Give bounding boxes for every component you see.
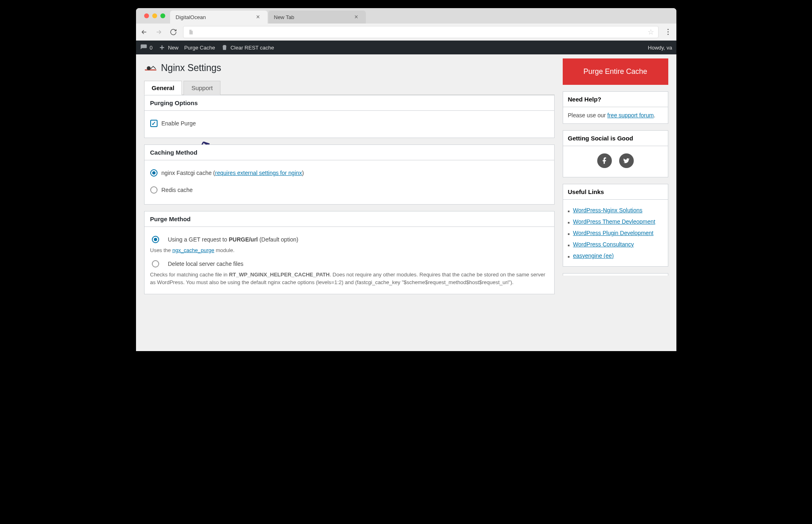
- purge-delete-radio[interactable]: [152, 260, 159, 267]
- browser-tab-digitalocean[interactable]: DigitalOcean ×: [170, 11, 268, 24]
- comment-count: 0: [150, 45, 153, 51]
- tab-general[interactable]: General: [144, 81, 182, 95]
- list-item: WordPress Plugin Development: [568, 227, 663, 239]
- enable-purge-checkbox[interactable]: [150, 120, 158, 127]
- reload-button[interactable]: [168, 27, 178, 37]
- useful-link[interactable]: WordPress Theme Devleopment: [573, 218, 655, 225]
- close-window-button[interactable]: [144, 13, 149, 18]
- window-controls: [139, 8, 170, 24]
- useful-links-card: Useful Links WordPress-Nginx Solutions W…: [563, 184, 668, 267]
- purging-options-heading: Purging Options: [145, 95, 554, 111]
- list-item: WordPress Theme Devleopment: [568, 216, 663, 227]
- caching-fastcgi-row[interactable]: nginx Fastcgi cache (requires external s…: [150, 169, 549, 177]
- adminbar-comments[interactable]: 0: [140, 44, 153, 51]
- getting-social-card: Getting Social is Good: [563, 130, 668, 177]
- wp-admin-bar: 0 New Purge Cache Clear REST cache Howdy…: [136, 41, 676, 54]
- purge-get-row[interactable]: Using a GET request to PURGE/url (Defaul…: [152, 236, 549, 243]
- purge-delete-row[interactable]: Delete local server cache files: [152, 260, 549, 267]
- bottom-card-peek: [563, 273, 668, 276]
- page-icon: [188, 29, 194, 35]
- caching-fastcgi-radio[interactable]: [150, 169, 158, 177]
- adminbar-purge-cache[interactable]: Purge Cache: [184, 45, 215, 51]
- browser-tab-strip: DigitalOcean × New Tab ×: [136, 8, 676, 24]
- tab-support[interactable]: Support: [184, 81, 220, 95]
- purge-method-section: Purge Method Using a GET request to PURG…: [144, 211, 555, 294]
- adminbar-howdy[interactable]: Howdy, va: [648, 45, 672, 51]
- twitter-icon[interactable]: [619, 153, 634, 168]
- purging-options-section: Purging Options Enable Purge: [144, 95, 555, 138]
- page-content: Nginx Settings General Support Purging O…: [136, 54, 676, 351]
- list-item: WordPress-Nginx Solutions: [568, 205, 663, 216]
- useful-link[interactable]: WordPress Plugin Development: [573, 230, 653, 236]
- browser-tab-newtab[interactable]: New Tab ×: [268, 11, 366, 24]
- list-item: easyengine (ee): [568, 250, 663, 261]
- getting-social-heading: Getting Social is Good: [563, 131, 668, 146]
- caching-method-heading: Caching Method: [145, 145, 554, 160]
- fastcgi-settings-link[interactable]: requires external settings for nginx: [215, 170, 302, 176]
- back-button[interactable]: [139, 27, 149, 37]
- useful-link[interactable]: WordPress-Nginx Solutions: [573, 207, 642, 213]
- enable-purge-row[interactable]: Enable Purge: [150, 120, 549, 127]
- forward-button[interactable]: [154, 27, 164, 37]
- useful-links-list: WordPress-Nginx Solutions WordPress Them…: [568, 205, 663, 261]
- tab-title: New Tab: [274, 14, 349, 20]
- purge-delete-label: Delete local server cache files: [168, 261, 244, 267]
- need-help-card: Need Help? Please use our free support f…: [563, 91, 668, 124]
- useful-link[interactable]: easyengine (ee): [573, 252, 613, 259]
- adminbar-new[interactable]: New: [158, 44, 179, 51]
- browser-menu-button[interactable]: [663, 27, 673, 37]
- svg-rect-0: [145, 69, 156, 70]
- caching-redis-label: Redis cache: [162, 187, 193, 193]
- purge-get-radio[interactable]: [152, 236, 159, 243]
- minimize-window-button[interactable]: [152, 13, 157, 18]
- new-label: New: [168, 45, 179, 51]
- browser-toolbar: ☆: [136, 24, 676, 41]
- enable-purge-label: Enable Purge: [162, 120, 196, 127]
- bookmark-star-icon[interactable]: ☆: [648, 28, 654, 37]
- caching-method-section: Caching Method nginx Fastcgi cache (requ…: [144, 144, 555, 205]
- purge-entire-cache-button[interactable]: Purge Entire Cache: [563, 58, 668, 85]
- adminbar-clear-rest[interactable]: Clear REST cache: [221, 44, 274, 51]
- caching-redis-radio[interactable]: [150, 186, 158, 194]
- ngx-cache-purge-link[interactable]: ngx_cache_purge: [172, 247, 214, 253]
- free-support-forum-link[interactable]: free support forum: [607, 112, 654, 119]
- address-bar[interactable]: ☆: [183, 26, 659, 38]
- facebook-icon[interactable]: [597, 153, 612, 168]
- browser-window: DigitalOcean × New Tab ×: [136, 8, 676, 351]
- settings-tabs: General Support: [144, 81, 555, 95]
- page-title: Nginx Settings: [161, 63, 221, 73]
- tab-title: DigitalOcean: [176, 14, 251, 20]
- svg-point-1: [147, 66, 150, 70]
- purge-method-heading: Purge Method: [145, 211, 554, 227]
- maximize-window-button[interactable]: [160, 13, 165, 18]
- useful-links-heading: Useful Links: [563, 184, 668, 200]
- list-item: WordPress Consultancy: [568, 239, 663, 250]
- nginx-helper-icon: [144, 64, 157, 73]
- caching-redis-row[interactable]: Redis cache: [150, 186, 549, 194]
- close-tab-icon[interactable]: ×: [255, 13, 262, 21]
- close-tab-icon[interactable]: ×: [353, 13, 360, 21]
- useful-link[interactable]: WordPress Consultancy: [573, 241, 634, 248]
- need-help-heading: Need Help?: [563, 92, 668, 107]
